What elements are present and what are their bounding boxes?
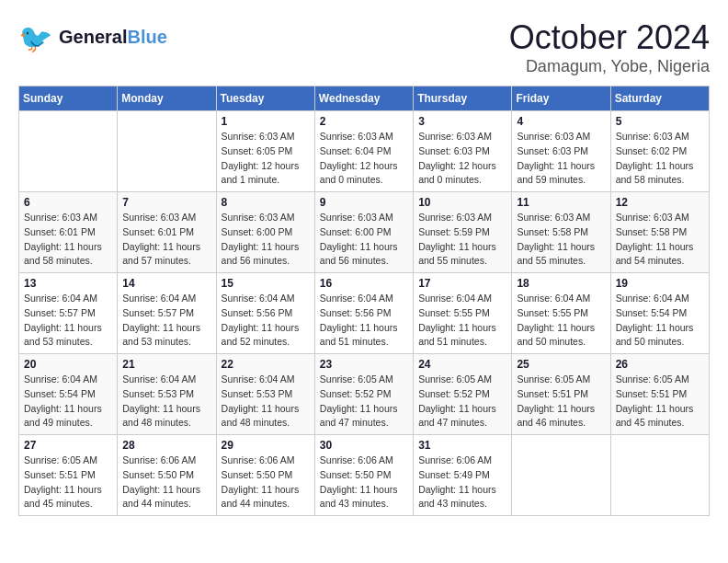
calendar-cell: 2Sunrise: 6:03 AMSunset: 6:04 PMDaylight… bbox=[314, 111, 413, 192]
col-header-monday: Monday bbox=[118, 86, 216, 111]
day-detail: Sunrise: 6:03 AMSunset: 5:58 PMDaylight:… bbox=[517, 211, 605, 269]
day-detail: Sunrise: 6:04 AMSunset: 5:53 PMDaylight:… bbox=[122, 373, 210, 431]
title-block: October 2024 Damagum, Yobe, Nigeria bbox=[509, 18, 710, 76]
week-row-4: 20Sunrise: 6:04 AMSunset: 5:54 PMDayligh… bbox=[19, 354, 710, 435]
col-header-tuesday: Tuesday bbox=[216, 86, 314, 111]
col-header-saturday: Saturday bbox=[610, 86, 709, 111]
day-number: 15 bbox=[222, 277, 310, 290]
calendar-cell: 14Sunrise: 6:04 AMSunset: 5:57 PMDayligh… bbox=[118, 273, 216, 354]
day-detail: Sunrise: 6:04 AMSunset: 5:54 PMDaylight:… bbox=[24, 373, 112, 431]
col-header-sunday: Sunday bbox=[19, 86, 118, 111]
calendar-body: 1Sunrise: 6:03 AMSunset: 6:05 PMDaylight… bbox=[19, 111, 710, 516]
calendar-cell: 25Sunrise: 6:05 AMSunset: 5:51 PMDayligh… bbox=[512, 354, 610, 435]
day-number: 20 bbox=[24, 358, 112, 371]
calendar-cell: 11Sunrise: 6:03 AMSunset: 5:58 PMDayligh… bbox=[512, 192, 610, 273]
day-detail: Sunrise: 6:05 AMSunset: 5:52 PMDaylight:… bbox=[320, 373, 408, 431]
day-number: 22 bbox=[222, 358, 310, 371]
week-row-2: 6Sunrise: 6:03 AMSunset: 6:01 PMDaylight… bbox=[19, 192, 710, 273]
day-detail: Sunrise: 6:06 AMSunset: 5:50 PMDaylight:… bbox=[222, 454, 310, 511]
day-detail: Sunrise: 6:06 AMSunset: 5:50 PMDaylight:… bbox=[122, 454, 210, 511]
calendar-cell: 16Sunrise: 6:04 AMSunset: 5:56 PMDayligh… bbox=[314, 273, 413, 354]
calendar-cell: 9Sunrise: 6:03 AMSunset: 6:00 PMDaylight… bbox=[314, 192, 413, 273]
day-detail: Sunrise: 6:06 AMSunset: 5:49 PMDaylight:… bbox=[418, 454, 506, 511]
day-number: 24 bbox=[418, 358, 506, 371]
calendar-cell: 17Sunrise: 6:04 AMSunset: 5:55 PMDayligh… bbox=[414, 273, 512, 354]
calendar-cell: 31Sunrise: 6:06 AMSunset: 5:49 PMDayligh… bbox=[414, 435, 512, 516]
day-number: 12 bbox=[616, 196, 704, 209]
calendar-cell: 15Sunrise: 6:04 AMSunset: 5:56 PMDayligh… bbox=[216, 273, 314, 354]
calendar-cell bbox=[512, 435, 610, 516]
day-number: 7 bbox=[122, 196, 210, 209]
logo-text: GeneralBlue bbox=[59, 27, 167, 47]
day-detail: Sunrise: 6:05 AMSunset: 5:51 PMDaylight:… bbox=[517, 373, 605, 431]
calendar-cell: 23Sunrise: 6:05 AMSunset: 5:52 PMDayligh… bbox=[314, 354, 413, 435]
location: Damagum, Yobe, Nigeria bbox=[509, 57, 710, 76]
day-number: 28 bbox=[122, 439, 210, 452]
day-number: 21 bbox=[122, 358, 210, 371]
calendar-cell: 21Sunrise: 6:04 AMSunset: 5:53 PMDayligh… bbox=[118, 354, 216, 435]
calendar-cell bbox=[610, 435, 709, 516]
calendar-cell: 18Sunrise: 6:04 AMSunset: 5:55 PMDayligh… bbox=[512, 273, 610, 354]
day-number: 9 bbox=[320, 196, 408, 209]
calendar-cell: 6Sunrise: 6:03 AMSunset: 6:01 PMDaylight… bbox=[19, 192, 118, 273]
calendar-cell: 22Sunrise: 6:04 AMSunset: 5:53 PMDayligh… bbox=[216, 354, 314, 435]
calendar-cell: 26Sunrise: 6:05 AMSunset: 5:51 PMDayligh… bbox=[610, 354, 709, 435]
day-detail: Sunrise: 6:03 AMSunset: 5:58 PMDaylight:… bbox=[616, 211, 704, 269]
month-title: October 2024 bbox=[509, 18, 710, 57]
day-number: 26 bbox=[616, 358, 704, 371]
day-detail: Sunrise: 6:04 AMSunset: 5:56 PMDaylight:… bbox=[320, 292, 408, 350]
calendar-cell: 29Sunrise: 6:06 AMSunset: 5:50 PMDayligh… bbox=[216, 435, 314, 516]
header-row: SundayMondayTuesdayWednesdayThursdayFrid… bbox=[19, 86, 710, 111]
day-number: 3 bbox=[418, 115, 506, 128]
day-number: 29 bbox=[222, 439, 310, 452]
week-row-1: 1Sunrise: 6:03 AMSunset: 6:05 PMDaylight… bbox=[19, 111, 710, 192]
calendar-cell: 19Sunrise: 6:04 AMSunset: 5:54 PMDayligh… bbox=[610, 273, 709, 354]
week-row-3: 13Sunrise: 6:04 AMSunset: 5:57 PMDayligh… bbox=[19, 273, 710, 354]
logo-icon: 🐦 bbox=[18, 18, 55, 55]
calendar-cell: 8Sunrise: 6:03 AMSunset: 6:00 PMDaylight… bbox=[216, 192, 314, 273]
day-detail: Sunrise: 6:04 AMSunset: 5:55 PMDaylight:… bbox=[418, 292, 506, 350]
svg-text:🐦: 🐦 bbox=[18, 22, 53, 55]
day-detail: Sunrise: 6:04 AMSunset: 5:56 PMDaylight:… bbox=[222, 292, 310, 350]
col-header-wednesday: Wednesday bbox=[314, 86, 413, 111]
calendar-cell: 20Sunrise: 6:04 AMSunset: 5:54 PMDayligh… bbox=[19, 354, 118, 435]
day-number: 31 bbox=[418, 439, 506, 452]
day-detail: Sunrise: 6:03 AMSunset: 6:03 PMDaylight:… bbox=[418, 130, 506, 188]
day-number: 13 bbox=[24, 277, 112, 290]
calendar-cell: 1Sunrise: 6:03 AMSunset: 6:05 PMDaylight… bbox=[216, 111, 314, 192]
day-detail: Sunrise: 6:03 AMSunset: 6:00 PMDaylight:… bbox=[222, 211, 310, 269]
calendar-header: SundayMondayTuesdayWednesdayThursdayFrid… bbox=[19, 86, 710, 111]
day-number: 23 bbox=[320, 358, 408, 371]
calendar-cell: 5Sunrise: 6:03 AMSunset: 6:02 PMDaylight… bbox=[610, 111, 709, 192]
calendar-cell: 27Sunrise: 6:05 AMSunset: 5:51 PMDayligh… bbox=[19, 435, 118, 516]
day-detail: Sunrise: 6:04 AMSunset: 5:57 PMDaylight:… bbox=[122, 292, 210, 350]
calendar-cell: 4Sunrise: 6:03 AMSunset: 6:03 PMDaylight… bbox=[512, 111, 610, 192]
day-detail: Sunrise: 6:05 AMSunset: 5:51 PMDaylight:… bbox=[24, 454, 112, 511]
day-detail: Sunrise: 6:03 AMSunset: 5:59 PMDaylight:… bbox=[418, 211, 506, 269]
day-detail: Sunrise: 6:04 AMSunset: 5:57 PMDaylight:… bbox=[24, 292, 112, 350]
day-detail: Sunrise: 6:04 AMSunset: 5:53 PMDaylight:… bbox=[222, 373, 310, 431]
day-number: 19 bbox=[616, 277, 704, 290]
calendar: SundayMondayTuesdayWednesdayThursdayFrid… bbox=[18, 86, 710, 516]
calendar-cell: 30Sunrise: 6:06 AMSunset: 5:50 PMDayligh… bbox=[314, 435, 413, 516]
day-number: 14 bbox=[122, 277, 210, 290]
day-number: 27 bbox=[24, 439, 112, 452]
calendar-cell bbox=[19, 111, 118, 192]
day-number: 17 bbox=[418, 277, 506, 290]
day-detail: Sunrise: 6:03 AMSunset: 6:01 PMDaylight:… bbox=[122, 211, 210, 269]
col-header-friday: Friday bbox=[512, 86, 610, 111]
day-number: 30 bbox=[320, 439, 408, 452]
day-detail: Sunrise: 6:05 AMSunset: 5:52 PMDaylight:… bbox=[418, 373, 506, 431]
day-number: 16 bbox=[320, 277, 408, 290]
day-number: 18 bbox=[517, 277, 605, 290]
logo: 🐦 GeneralBlue bbox=[18, 18, 167, 55]
day-detail: Sunrise: 6:06 AMSunset: 5:50 PMDaylight:… bbox=[320, 454, 408, 511]
day-number: 1 bbox=[222, 115, 310, 128]
day-detail: Sunrise: 6:03 AMSunset: 6:01 PMDaylight:… bbox=[24, 211, 112, 269]
day-number: 11 bbox=[517, 196, 605, 209]
day-number: 2 bbox=[320, 115, 408, 128]
page-header: 🐦 GeneralBlue October 2024 Damagum, Yobe… bbox=[18, 18, 710, 76]
col-header-thursday: Thursday bbox=[414, 86, 512, 111]
day-number: 8 bbox=[222, 196, 310, 209]
day-detail: Sunrise: 6:03 AMSunset: 6:00 PMDaylight:… bbox=[320, 211, 408, 269]
